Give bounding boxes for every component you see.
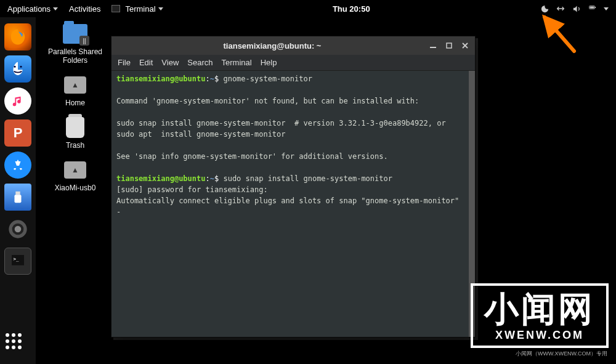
clock[interactable]: Thu 20:50 — [163, 4, 540, 14]
terminal-topbar-icon — [111, 5, 120, 12]
svg-text:>_: >_ — [14, 256, 20, 262]
applications-menu[interactable]: Applications — [7, 4, 58, 14]
applications-label: Applications — [7, 4, 51, 14]
icon-label: Trash — [66, 141, 84, 150]
svg-point-5 — [20, 66, 22, 68]
icon-label: Parallels Shared Folders — [44, 47, 106, 65]
icon-label: Home — [65, 99, 85, 107]
window-title: tiansemixiang@ubuntu: ~ — [116, 41, 428, 51]
trash-icon — [62, 116, 89, 139]
desktop-icon-parallels[interactable]: || Parallels Shared Folders — [44, 22, 106, 65]
terminal-titlebar[interactable]: tiansemixiang@ubuntu: ~ — [111, 36, 475, 55]
dock-terminal[interactable]: >_ — [4, 248, 31, 275]
top-bar: Applications Activities Terminal Thu 20:… — [0, 0, 616, 17]
terminal-window: tiansemixiang@ubuntu: ~ File Edit View S… — [111, 36, 476, 338]
dock-appstore[interactable] — [4, 152, 31, 179]
dock-powerpoint[interactable]: P — [4, 119, 31, 147]
maximize-button[interactable] — [444, 41, 454, 51]
svg-rect-13 — [430, 47, 436, 48]
dock-usb[interactable] — [4, 184, 31, 211]
svg-rect-14 — [447, 43, 452, 48]
chevron-down-icon — [53, 7, 58, 10]
terminal-menubar: File Edit View Search Terminal Help — [111, 55, 475, 71]
terminal-menu-label: Terminal — [125, 4, 155, 14]
minimize-button[interactable] — [428, 41, 438, 51]
activities-button[interactable]: Activities — [69, 4, 100, 14]
desktop-icons: || Parallels Shared Folders Home Trash X… — [44, 22, 106, 201]
menu-view[interactable]: View — [161, 58, 179, 67]
svg-point-10 — [15, 226, 22, 233]
drive-icon — [62, 73, 89, 97]
close-button[interactable] — [460, 41, 470, 51]
chevron-down-icon — [158, 7, 163, 10]
menu-edit[interactable]: Edit — [139, 58, 153, 67]
terminal-menu[interactable]: Terminal — [111, 4, 163, 14]
watermark: 小闻网 XWENW.COM — [471, 283, 609, 348]
desktop-icon-home[interactable]: Home — [44, 73, 106, 107]
dock-music[interactable] — [4, 87, 31, 115]
watermark-subtext: 小闻网（WWW.XWENW.COM）专用 — [516, 350, 607, 358]
activities-label: Activities — [69, 4, 100, 14]
watermark-text-cn: 小闻网 — [484, 292, 595, 326]
volume-icon[interactable] — [572, 4, 582, 14]
icon-label: XiaoMi-usb0 — [55, 184, 96, 192]
drive-icon — [62, 158, 89, 182]
menu-file[interactable]: File — [118, 58, 131, 67]
svg-rect-1 — [590, 7, 594, 9]
night-mode-icon[interactable] — [540, 4, 549, 14]
battery-icon[interactable] — [588, 4, 598, 14]
svg-rect-7 — [15, 195, 22, 203]
svg-rect-6 — [15, 192, 20, 195]
dock-finder[interactable] — [4, 55, 31, 83]
terminal-output[interactable]: tiansemixiang@ubuntu:~$ gnome-system-mon… — [111, 71, 475, 337]
dock: P >_ — [0, 17, 36, 364]
annotation-arrow — [537, 11, 580, 54]
watermark-text-en: XWENW.COM — [484, 329, 595, 342]
menu-search[interactable]: Search — [187, 58, 213, 67]
folder-icon: || — [62, 22, 89, 46]
desktop-icon-trash[interactable]: Trash — [44, 116, 106, 150]
svg-rect-2 — [595, 7, 596, 8]
system-tray — [540, 4, 609, 14]
chevron-down-icon[interactable] — [604, 7, 609, 10]
desktop-icon-usb[interactable]: XiaoMi-usb0 — [44, 158, 106, 192]
network-icon[interactable] — [556, 4, 565, 14]
svg-point-4 — [14, 66, 16, 68]
show-applications-button[interactable] — [6, 333, 30, 358]
dock-settings[interactable] — [4, 216, 31, 243]
menu-terminal[interactable]: Terminal — [222, 58, 252, 67]
dock-firefox[interactable] — [4, 23, 31, 51]
menu-help[interactable]: Help — [261, 58, 277, 67]
